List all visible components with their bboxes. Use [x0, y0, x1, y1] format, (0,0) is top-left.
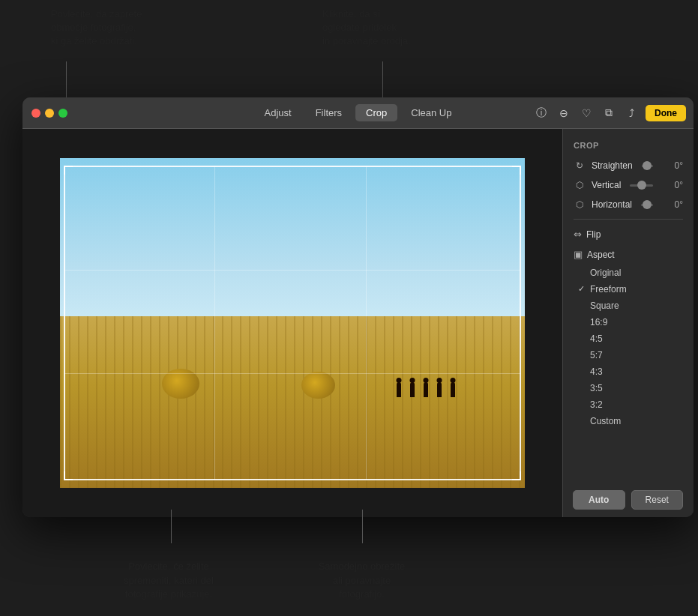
- person-4: [437, 382, 442, 397]
- app-window: Adjust Filters Crop Clean Up ⓘ ⊖ ♡ ⧉ ⤴ D…: [22, 97, 694, 517]
- sky-area: [60, 158, 525, 316]
- reset-button[interactable]: Reset: [631, 490, 684, 510]
- vertical-value: 0°: [662, 180, 683, 190]
- straighten-thumb: [643, 161, 652, 170]
- field-stubble-texture: [60, 316, 525, 488]
- callout-bottom-right: Samodejno obrežite ali poravnajte fotogr…: [292, 560, 431, 601]
- aspect-option-freeform[interactable]: Freeform: [563, 281, 694, 298]
- info-icon[interactable]: ⓘ: [533, 105, 550, 121]
- aspect-option-3-2[interactable]: 3:2: [563, 396, 694, 413]
- copy-icon[interactable]: ⧉: [601, 105, 617, 121]
- person-3: [424, 382, 428, 397]
- panel-section-title: CROP: [563, 138, 694, 156]
- vertical-label: Vertical: [592, 180, 621, 190]
- horizontal-label: Horizontal: [592, 199, 632, 210]
- tab-crop[interactable]: Crop: [355, 104, 397, 121]
- aspect-option-5-7[interactable]: 5:7: [563, 347, 694, 363]
- vertical-thumb: [637, 181, 646, 190]
- panel-row-straighten[interactable]: ↻ Straighten 0°: [563, 156, 694, 175]
- auto-button[interactable]: Auto: [573, 490, 625, 510]
- callout-top-right: Kliknite, da si ogledate pridelek in por…: [322, 7, 454, 49]
- image-area[interactable]: [22, 129, 562, 517]
- heart-icon[interactable]: ♡: [578, 105, 595, 121]
- vertical-slider[interactable]: [630, 184, 653, 187]
- panel-bottom-buttons: Auto Reset: [562, 490, 694, 510]
- tab-filters[interactable]: Filters: [305, 104, 352, 121]
- callout-bottom-left: Povlecite, če želite spremeniti, kateri …: [105, 560, 232, 601]
- zoom-out-icon[interactable]: ⊖: [556, 105, 572, 121]
- field-area: [60, 316, 525, 488]
- traffic-light-green[interactable]: [58, 109, 67, 118]
- straighten-value: 0°: [662, 160, 683, 171]
- person-5: [451, 382, 455, 397]
- straighten-slider[interactable]: [642, 165, 653, 167]
- people-silhouettes: [397, 382, 455, 397]
- person-2: [410, 382, 415, 397]
- callout-line-bottom-left: [171, 510, 172, 543]
- horizontal-value: 0°: [662, 199, 683, 210]
- aspect-option-4-5[interactable]: 4:5: [563, 330, 694, 347]
- panel-divider-1: [574, 219, 683, 220]
- panel-aspect-row[interactable]: ▣ Aspect: [563, 244, 694, 265]
- aspect-option-square[interactable]: Square: [563, 298, 694, 314]
- horizontal-slider[interactable]: [641, 204, 653, 206]
- horizontal-icon: ⬡: [574, 199, 586, 211]
- aspect-option-3-5[interactable]: 3:5: [563, 380, 694, 396]
- done-button[interactable]: Done: [646, 105, 686, 121]
- traffic-light-yellow[interactable]: [45, 109, 54, 118]
- aspect-option-original[interactable]: Original: [563, 265, 694, 281]
- traffic-lights: [22, 109, 67, 118]
- aspect-option-4-3[interactable]: 4:3: [563, 363, 694, 380]
- person-1: [397, 382, 401, 397]
- aspect-label: Aspect: [587, 250, 615, 260]
- flip-label: Flip: [586, 229, 601, 240]
- main-content: CROP ↻ Straighten 0° ⬡ Vertical: [22, 129, 694, 517]
- vertical-icon: ⬡: [574, 179, 586, 191]
- right-panel: CROP ↻ Straighten 0° ⬡ Vertical: [562, 129, 694, 517]
- tab-adjust[interactable]: Adjust: [254, 104, 302, 121]
- callout-top-left: Povlecite, da zaprete območje fotografij…: [51, 7, 171, 49]
- share-icon[interactable]: ⤴: [623, 105, 640, 121]
- toolbar-right: ⓘ ⊖ ♡ ⧉ ⤴ Done: [533, 105, 686, 121]
- toolbar-tabs: Adjust Filters Crop Clean Up: [254, 104, 463, 121]
- title-bar: Adjust Filters Crop Clean Up ⓘ ⊖ ♡ ⧉ ⤴ D…: [22, 97, 694, 129]
- aspect-option-custom[interactable]: Custom: [563, 413, 694, 429]
- tab-cleanup[interactable]: Clean Up: [400, 104, 462, 121]
- panel-flip-row[interactable]: ⇔ Flip: [563, 224, 694, 244]
- photo-background: [60, 158, 525, 488]
- straighten-label: Straighten: [592, 160, 633, 171]
- callout-line-bottom-right: [362, 510, 363, 543]
- aspect-icon: ▣: [574, 249, 583, 260]
- panel-row-horizontal[interactable]: ⬡ Horizontal 0°: [563, 195, 694, 214]
- horizontal-thumb: [643, 200, 652, 209]
- traffic-light-red[interactable]: [31, 109, 40, 118]
- aspect-option-16-9[interactable]: 16:9: [563, 314, 694, 330]
- flip-icon: ⇔: [574, 229, 582, 240]
- panel-row-vertical[interactable]: ⬡ Vertical 0°: [563, 175, 694, 195]
- outer-wrapper: Povlecite, da zaprete območje fotografij…: [0, 0, 698, 616]
- straighten-icon: ↻: [574, 160, 586, 172]
- photo-container: [60, 158, 525, 488]
